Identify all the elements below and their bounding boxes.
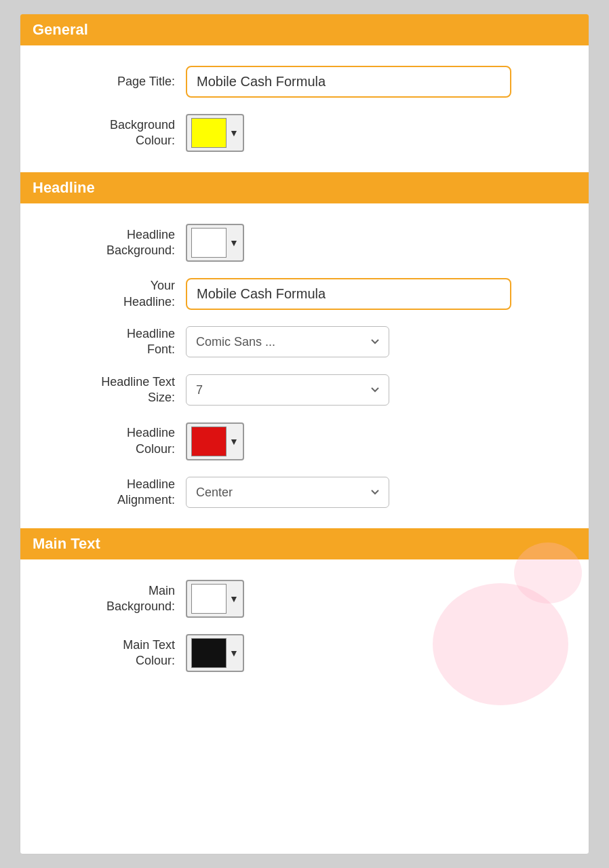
main-bg-swatch	[191, 584, 227, 614]
main-text-section-body: MainBackground: ▼ Main TextColour: ▼	[20, 559, 589, 692]
headline-text-size-label: Headline TextSize:	[37, 374, 186, 406]
headline-font-label: HeadlineFont:	[37, 326, 186, 358]
main-bg-arrow-icon: ▼	[229, 593, 239, 604]
headline-colour-row: HeadlineColour: ▼	[20, 414, 589, 469]
main-text-colour-label: Main TextColour:	[37, 637, 186, 669]
headline-section-header: Headline	[20, 172, 589, 203]
main-text-colour-control: ▼	[186, 634, 572, 672]
headline-bg-picker[interactable]: ▼	[186, 224, 244, 262]
headline-bg-arrow-icon: ▼	[229, 237, 239, 248]
headline-alignment-control: Left Center Right	[186, 477, 572, 508]
bg-colour-picker[interactable]: ▼	[186, 114, 244, 152]
bg-colour-label: BackgroundColour:	[37, 117, 186, 149]
your-headline-input[interactable]	[186, 278, 511, 310]
headline-text-size-select[interactable]: 1 2 3 4 5 6 7	[186, 374, 389, 406]
your-headline-control	[186, 278, 572, 310]
general-title: General	[33, 21, 576, 39]
headline-text-size-row: Headline TextSize: 1 2 3 4 5 6 7	[20, 366, 589, 414]
headline-font-row: HeadlineFont: Comic Sans ... Arial Times…	[20, 318, 589, 366]
headline-colour-control: ▼	[186, 422, 572, 460]
settings-form: General Page Title: BackgroundColour: ▼ …	[20, 14, 589, 854]
headline-font-select[interactable]: Comic Sans ... Arial Times New Roman Ver…	[186, 326, 389, 357]
headline-section-body: HeadlineBackground: ▼ YourHeadline: Head…	[20, 203, 589, 528]
page-title-label: Page Title:	[37, 74, 186, 90]
bg-colour-arrow-icon: ▼	[229, 127, 239, 138]
main-text-colour-row: Main TextColour: ▼	[20, 626, 589, 680]
main-text-title: Main Text	[33, 535, 576, 553]
headline-text-size-control: 1 2 3 4 5 6 7	[186, 374, 572, 406]
bg-colour-row: BackgroundColour: ▼	[20, 106, 589, 160]
main-text-section-header: Main Text	[20, 528, 589, 559]
main-bg-row: MainBackground: ▼	[20, 572, 589, 626]
headline-colour-swatch	[191, 427, 227, 456]
page-title-control	[186, 66, 572, 98]
headline-alignment-select[interactable]: Left Center Right	[186, 477, 389, 508]
headline-colour-label: HeadlineColour:	[37, 425, 186, 457]
main-text-colour-arrow-icon: ▼	[229, 648, 239, 658]
main-text-colour-swatch	[191, 638, 227, 668]
headline-title: Headline	[33, 179, 576, 197]
headline-alignment-row: HeadlineAlignment: Left Center Right	[20, 469, 589, 517]
bg-colour-swatch	[191, 118, 227, 148]
headline-colour-arrow-icon: ▼	[229, 436, 239, 447]
headline-font-control: Comic Sans ... Arial Times New Roman Ver…	[186, 326, 572, 357]
your-headline-row: YourHeadline:	[20, 270, 589, 318]
headline-bg-row: HeadlineBackground: ▼	[20, 216, 589, 270]
main-bg-control: ▼	[186, 580, 572, 618]
bg-colour-control: ▼	[186, 114, 572, 152]
main-bg-label: MainBackground:	[37, 583, 186, 615]
headline-bg-control: ▼	[186, 224, 572, 262]
headline-bg-label: HeadlineBackground:	[37, 227, 186, 259]
page-title-row: Page Title:	[20, 58, 589, 106]
your-headline-label: YourHeadline:	[37, 278, 186, 310]
main-bg-picker[interactable]: ▼	[186, 580, 244, 618]
general-section-body: Page Title: BackgroundColour: ▼	[20, 45, 589, 172]
headline-colour-picker[interactable]: ▼	[186, 422, 244, 460]
headline-bg-swatch	[191, 228, 227, 258]
page-title-input[interactable]	[186, 66, 511, 98]
main-text-colour-picker[interactable]: ▼	[186, 634, 244, 672]
headline-alignment-label: HeadlineAlignment:	[37, 477, 186, 509]
general-section-header: General	[20, 14, 589, 45]
